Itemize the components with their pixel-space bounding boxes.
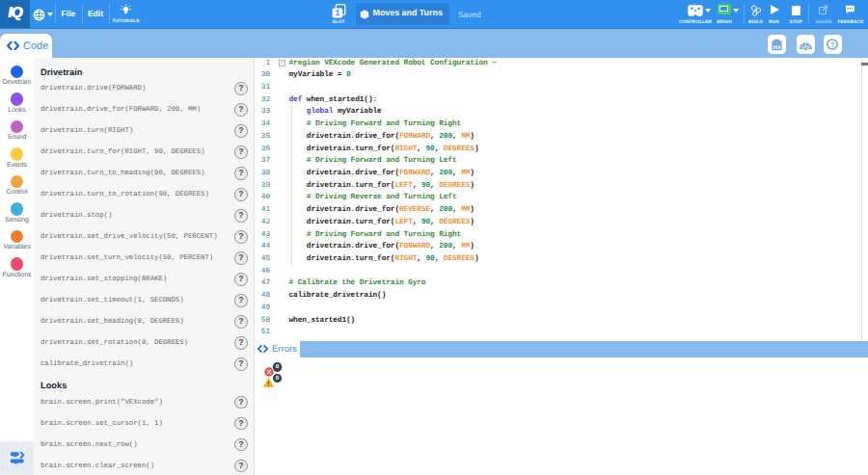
svg-text:?: ? (830, 41, 835, 49)
svg-text:1: 1 (336, 8, 340, 17)
